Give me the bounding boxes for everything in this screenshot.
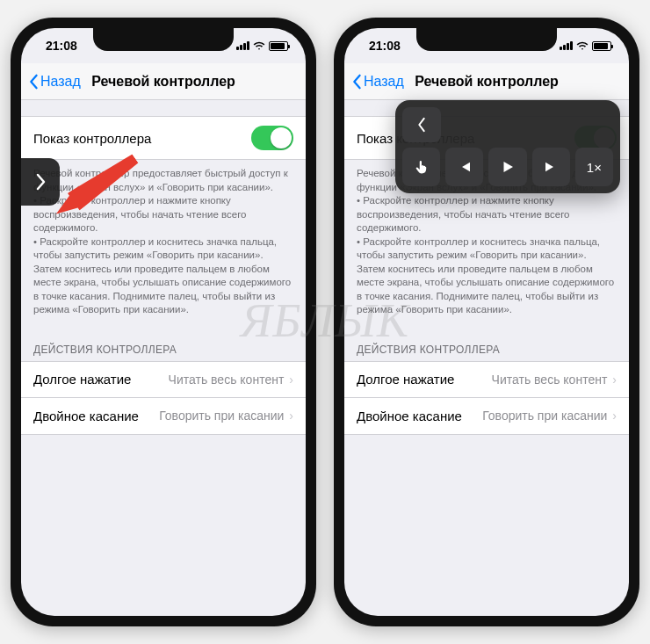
panel-next-button[interactable] <box>532 148 570 186</box>
chevron-right-icon: › <box>612 373 617 387</box>
chevron-left-icon <box>414 117 430 133</box>
chevron-right-icon: › <box>289 409 293 423</box>
panel-collapse-button[interactable] <box>402 107 441 142</box>
panel-touch-speak-button[interactable] <box>402 148 440 186</box>
help-text: Речевой контроллер предоставляет быстрый… <box>21 160 306 331</box>
skip-back-icon <box>457 159 473 175</box>
wifi-icon <box>253 40 265 52</box>
row-label: Двойное касание <box>357 409 462 423</box>
panel-speed-button[interactable]: 1× <box>575 148 613 186</box>
row-value: Читать весь контент <box>169 373 285 387</box>
back-label: Назад <box>40 74 81 90</box>
hand-point-icon <box>414 159 430 175</box>
status-time: 21:08 <box>369 39 401 53</box>
status-time: 21:08 <box>46 39 77 53</box>
back-button[interactable]: Назад <box>344 74 404 90</box>
wifi-icon <box>576 40 589 52</box>
content: Показ контроллера Речевой контроллер пре… <box>21 100 306 435</box>
row-label: Показ контроллера <box>33 131 151 146</box>
show-controller-row[interactable]: Показ контроллера <box>21 116 306 160</box>
row-value: Читать весь контент <box>492 373 608 387</box>
nav-bar: Назад Речевой контроллер <box>21 63 306 100</box>
notch <box>416 28 557 51</box>
action-row-double-tap[interactable]: Двойное касание Говорить при касании › <box>344 398 629 435</box>
screen: 21:08 Назад Речевой контроллер Показ кон… <box>344 28 629 616</box>
chevron-left-icon <box>351 74 362 90</box>
section-header: ДЕЙСТВИЯ КОНТРОЛЛЕРА <box>21 331 306 361</box>
speed-label: 1× <box>587 160 602 175</box>
notch <box>93 28 234 51</box>
row-label: Долгое нажатие <box>357 372 454 387</box>
status-indicators <box>560 40 611 52</box>
row-value: Говорить при касании <box>482 409 607 423</box>
back-label: Назад <box>364 74 404 90</box>
action-row-long-press[interactable]: Долгое нажатие Читать весь контент › <box>21 361 306 398</box>
speech-controller-expanded[interactable]: 1× <box>395 100 620 193</box>
battery-icon <box>592 41 611 51</box>
action-row-long-press[interactable]: Долгое нажатие Читать весь контент › <box>344 361 629 398</box>
chevron-right-icon: › <box>289 373 293 387</box>
section-header: ДЕЙСТВИЯ КОНТРОЛЛЕРА <box>344 331 629 361</box>
action-row-double-tap[interactable]: Двойное касание Говорить при касании › <box>21 398 306 435</box>
chevron-right-icon <box>34 173 47 191</box>
chevron-left-icon <box>28 74 39 90</box>
nav-bar: Назад Речевой контроллер <box>344 63 629 100</box>
panel-play-button[interactable] <box>488 148 526 186</box>
battery-icon <box>269 41 288 51</box>
status-indicators <box>236 40 288 52</box>
screen: 21:08 Назад Речевой контроллер Показ кон… <box>21 28 306 616</box>
phone-left: 21:08 Назад Речевой контроллер Показ кон… <box>11 18 316 626</box>
phone-right: 21:08 Назад Речевой контроллер Показ кон… <box>334 18 639 626</box>
cellular-icon <box>560 41 573 50</box>
play-icon <box>500 159 516 175</box>
back-button[interactable]: Назад <box>21 74 81 90</box>
chevron-right-icon: › <box>612 409 617 423</box>
row-label: Двойное касание <box>33 409 139 423</box>
row-label: Долгое нажатие <box>33 372 131 387</box>
speech-controller-collapsed[interactable] <box>21 158 60 206</box>
row-value: Говорить при касании <box>159 409 284 423</box>
cellular-icon <box>236 41 249 50</box>
panel-prev-button[interactable] <box>445 148 483 186</box>
toggle-switch[interactable] <box>251 126 293 150</box>
skip-forward-icon <box>543 159 559 175</box>
